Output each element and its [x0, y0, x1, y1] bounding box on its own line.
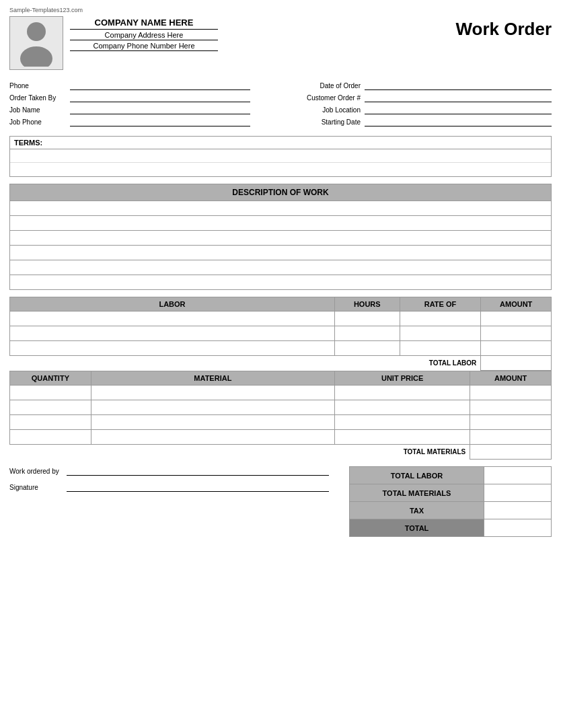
terms-label: TERMS: — [10, 137, 551, 149]
job-name-field[interactable] — [70, 105, 250, 114]
labor-total-label: TOTAL LABOR — [400, 356, 481, 371]
date-of-order-label: Date of Order — [284, 82, 365, 89]
grand-total-label: TOTAL — [350, 519, 484, 537]
quantity-col-header: QUANTITY — [10, 371, 91, 386]
totals-table: TOTAL LABOR TOTAL MATERIALS TAX TOTAL — [349, 466, 552, 537]
materials-total-value[interactable] — [470, 445, 552, 460]
grand-total-value[interactable] — [484, 519, 552, 537]
job-location-label: Job Location — [284, 106, 365, 114]
company-phone: Company Phone Number Here — [70, 42, 218, 51]
phone-label: Phone — [9, 82, 70, 89]
starting-date-field[interactable] — [365, 117, 552, 126]
description-of-work-section: DESCRIPTION OF WORK — [9, 184, 552, 290]
terms-row-2[interactable] — [10, 163, 551, 176]
page-header: COMPANY NAME HERE Company Address Here C… — [9, 16, 552, 70]
terms-row-1[interactable] — [10, 149, 551, 163]
tax-label: TAX — [350, 502, 484, 519]
total-materials-value[interactable] — [484, 484, 552, 502]
labor-row-1[interactable] — [10, 312, 552, 326]
job-location-field[interactable] — [365, 105, 552, 114]
total-labor-label: TOTAL LABOR — [350, 467, 484, 484]
labor-total-row: TOTAL LABOR — [10, 356, 552, 371]
starting-date-label: Starting Date — [284, 118, 365, 126]
labor-row-3[interactable] — [10, 341, 552, 356]
material-row-4[interactable] — [10, 430, 552, 445]
table-row[interactable] — [10, 246, 552, 260]
material-row-3[interactable] — [10, 415, 552, 430]
table-row[interactable] — [10, 216, 552, 231]
rate-col-header: RATE OF — [400, 297, 481, 312]
total-labor-value[interactable] — [484, 467, 552, 484]
table-row[interactable] — [10, 201, 552, 216]
signature-label: Signature — [9, 484, 67, 491]
avatar — [9, 16, 63, 70]
labor-section: LABOR HOURS RATE OF AMOUNT TOTAL LABOR — [9, 297, 552, 371]
customer-order-label: Customer Order # — [284, 94, 365, 102]
material-row-2[interactable] — [10, 400, 552, 415]
tax-value[interactable] — [484, 502, 552, 519]
job-name-label: Job Name — [9, 106, 70, 114]
order-taken-by-label: Order Taken By — [9, 94, 70, 102]
labor-amount-col-header: AMOUNT — [481, 297, 552, 312]
labor-total-value[interactable] — [481, 356, 552, 371]
company-address: Company Address Here — [70, 31, 218, 40]
total-materials-label: TOTAL MATERIALS — [350, 484, 484, 502]
work-ordered-section: Work ordered by Signature — [9, 466, 349, 499]
description-table — [9, 201, 552, 290]
company-name: COMPANY NAME HERE — [70, 17, 218, 30]
page-title: Work Order — [455, 16, 552, 40]
work-ordered-label: Work ordered by — [9, 468, 67, 475]
materials-table: QUANTITY MATERIAL UNIT PRICE AMOUNT — [9, 371, 552, 460]
phone-field[interactable] — [70, 81, 250, 90]
watermark: Sample-Templates123.com — [9, 7, 552, 13]
date-of-order-field[interactable] — [365, 81, 552, 90]
description-header: DESCRIPTION OF WORK — [9, 184, 552, 201]
total-labor-row: TOTAL LABOR — [350, 467, 552, 484]
labor-table: LABOR HOURS RATE OF AMOUNT TOTAL LABOR — [9, 297, 552, 371]
material-row-1[interactable] — [10, 386, 552, 400]
job-phone-field[interactable] — [70, 117, 250, 126]
material-col-header: MATERIAL — [91, 371, 334, 386]
materials-total-label: TOTAL MATERIALS — [335, 445, 470, 460]
order-fields: Phone Date of Order Order Taken By Custo… — [9, 81, 552, 126]
tax-row: TAX — [350, 502, 552, 519]
totals-section: TOTAL LABOR TOTAL MATERIALS TAX TOTAL — [349, 466, 552, 537]
order-taken-by-field[interactable] — [70, 93, 250, 102]
table-row[interactable] — [10, 231, 552, 246]
labor-row-2[interactable] — [10, 326, 552, 341]
labor-col-header: LABOR — [10, 297, 335, 312]
grand-total-row: TOTAL — [350, 519, 552, 537]
job-phone-label: Job Phone — [9, 118, 70, 126]
summary-section: Work ordered by Signature TOTAL LABOR TO… — [9, 466, 552, 537]
unit-price-col-header: UNIT PRICE — [335, 371, 470, 386]
company-info: COMPANY NAME HERE Company Address Here C… — [70, 16, 218, 51]
work-ordered-field[interactable] — [67, 466, 329, 476]
materials-amount-col-header: AMOUNT — [470, 371, 552, 386]
terms-section: TERMS: — [9, 136, 552, 177]
svg-point-0 — [27, 22, 46, 41]
customer-order-field[interactable] — [365, 93, 552, 102]
materials-total-row: TOTAL MATERIALS — [10, 445, 552, 460]
signature-field[interactable] — [67, 482, 329, 492]
materials-section: QUANTITY MATERIAL UNIT PRICE AMOUNT — [9, 371, 552, 460]
svg-point-1 — [20, 46, 52, 67]
table-row[interactable] — [10, 275, 552, 290]
hours-col-header: HOURS — [335, 297, 400, 312]
total-materials-row: TOTAL MATERIALS — [350, 484, 552, 502]
table-row[interactable] — [10, 260, 552, 275]
company-section: COMPANY NAME HERE Company Address Here C… — [9, 16, 218, 70]
